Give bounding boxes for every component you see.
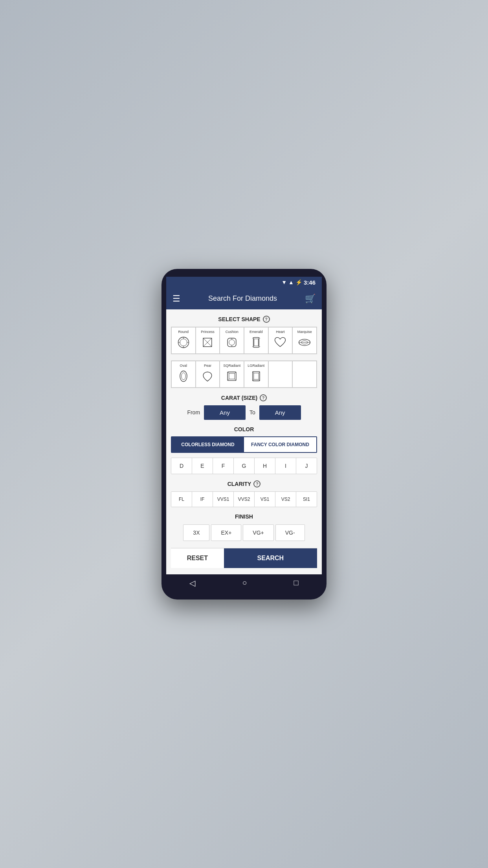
shape-marquise[interactable]: Marquise xyxy=(292,327,317,354)
round-icon xyxy=(176,335,191,351)
select-shape-section-title: SELECT SHAPE ? xyxy=(171,316,317,323)
finish-label: FINISH xyxy=(235,513,253,520)
svg-rect-16 xyxy=(254,339,258,346)
cushion-icon xyxy=(225,335,239,351)
status-bar: ▼ ▲ ⚡ 3:46 xyxy=(166,277,322,288)
recents-button[interactable]: □ xyxy=(294,578,298,587)
finish-section-title: FINISH xyxy=(171,513,317,520)
select-shape-label: SELECT SHAPE xyxy=(218,316,260,322)
shape-lgradiant[interactable]: LGRadiant xyxy=(244,361,268,388)
shape-pear-label: Pear xyxy=(204,364,211,368)
clarity-opt-vvs1[interactable]: VVS1 xyxy=(213,492,234,507)
marquise-icon xyxy=(297,335,312,351)
finish-section: FINISH 3X EX+ VG+ VG- xyxy=(171,513,317,542)
svg-line-8 xyxy=(207,338,212,342)
status-icons: ▼ ▲ ⚡ 3:46 xyxy=(281,279,316,286)
carat-to-btn[interactable]: Any xyxy=(259,405,301,420)
search-button[interactable]: SEARCH xyxy=(224,548,317,568)
page-title: Search For Diamonds xyxy=(208,294,277,303)
emerald-icon xyxy=(249,335,263,351)
clarity-label: CLARITY xyxy=(227,481,251,487)
svg-point-12 xyxy=(229,339,235,345)
color-opt-h[interactable]: H xyxy=(255,458,275,474)
clarity-section-title: CLARITY ? xyxy=(171,480,317,487)
svg-line-7 xyxy=(204,338,208,342)
clarity-opt-vs2[interactable]: VS2 xyxy=(275,492,296,507)
princess-icon xyxy=(200,335,215,351)
shape-emerald-label: Emerald xyxy=(250,330,263,334)
carat-from-btn[interactable]: Any xyxy=(204,405,246,420)
color-section-title: COLOR xyxy=(171,426,317,432)
time-display: 3:46 xyxy=(304,279,316,286)
menu-icon[interactable]: ☰ xyxy=(172,294,180,304)
shape-princess[interactable]: Princess xyxy=(196,327,220,354)
home-button[interactable]: ○ xyxy=(242,578,247,587)
cart-icon[interactable]: 🛒 xyxy=(305,294,316,304)
finish-opt-vgplus[interactable]: VG+ xyxy=(243,524,273,541)
carat-from-label: From xyxy=(187,409,200,416)
shape-princess-label: Princess xyxy=(201,330,215,334)
shape-round-label: Round xyxy=(178,330,189,334)
finish-options: 3X EX+ VG+ VG- xyxy=(171,524,317,542)
clarity-opt-if[interactable]: IF xyxy=(192,492,213,507)
clarity-opt-fl[interactable]: FL xyxy=(171,492,192,507)
shape-lgradiant-label: LGRadiant xyxy=(248,364,264,368)
battery-icon: ⚡ xyxy=(295,279,302,285)
shape-sqradiant-label: SQRadiant xyxy=(223,364,240,368)
finish-opt-3x[interactable]: 3X xyxy=(183,524,209,541)
finish-opt-explus[interactable]: EX+ xyxy=(211,524,241,541)
color-opt-d[interactable]: D xyxy=(171,458,192,474)
shape-marquise-label: Marquise xyxy=(297,330,312,334)
color-opt-e[interactable]: E xyxy=(192,458,213,474)
colorless-tab[interactable]: COLORLESS DIAMOND xyxy=(172,437,244,452)
svg-rect-27 xyxy=(229,373,235,379)
color-section: COLOR COLORLESS DIAMOND FANCY COLOR DIAM… xyxy=(171,426,317,474)
clarity-opt-vvs2[interactable]: VVS2 xyxy=(234,492,255,507)
oval-icon xyxy=(176,369,191,385)
shape-oval-label: Oval xyxy=(180,364,187,368)
finish-opt-vgminus[interactable]: VG- xyxy=(275,524,305,541)
carat-section-title: CARAT (SIZE) ? xyxy=(171,394,317,401)
reset-button[interactable]: RESET xyxy=(171,548,224,568)
shape-cushion[interactable]: Cushion xyxy=(220,327,244,354)
wifi-icon: ▼ xyxy=(281,279,287,285)
shape-heart[interactable]: Heart xyxy=(268,327,293,354)
color-opt-i[interactable]: I xyxy=(275,458,296,474)
clarity-opt-vs1[interactable]: VS1 xyxy=(255,492,275,507)
carat-section: CARAT (SIZE) ? From Any To Any xyxy=(171,394,317,420)
clarity-help-icon[interactable]: ? xyxy=(253,480,261,487)
shape-emerald[interactable]: Emerald xyxy=(244,327,268,354)
clarity-section: CLARITY ? FL IF VVS1 VVS2 VS1 VS2 SI1 xyxy=(171,480,317,507)
shapes-grid-row1: Round Princess Cushion Eme xyxy=(171,327,317,354)
color-opt-g[interactable]: G xyxy=(234,458,255,474)
heart-icon xyxy=(273,335,287,351)
color-options: D E F G H I J xyxy=(171,458,317,474)
shape-sqradiant[interactable]: SQRadiant xyxy=(220,361,244,388)
svg-point-1 xyxy=(180,339,187,346)
clarity-options: FL IF VVS1 VVS2 VS1 VS2 SI1 xyxy=(171,491,317,507)
signal-icon: ▲ xyxy=(288,279,294,285)
shapes-grid-row2: Oval Pear SQRadiant LGRadi xyxy=(171,360,317,388)
app-content: SELECT SHAPE ? Round Princess Cushion xyxy=(166,309,322,574)
nav-bar: ◁ ○ □ xyxy=(166,574,322,592)
color-opt-j[interactable]: J xyxy=(296,458,317,474)
svg-line-9 xyxy=(204,342,208,347)
carat-help-icon[interactable]: ? xyxy=(260,394,267,401)
fancy-color-tab[interactable]: FANCY COLOR DIAMOND xyxy=(244,437,316,452)
color-opt-f[interactable]: F xyxy=(213,458,234,474)
carat-to-label: To xyxy=(250,409,255,416)
svg-line-10 xyxy=(207,342,212,347)
color-label: COLOR xyxy=(234,426,254,432)
phone-frame: ▼ ▲ ⚡ 3:46 ☰ Search For Diamonds 🛒 SELEC… xyxy=(161,269,327,600)
svg-point-25 xyxy=(181,373,185,380)
back-button[interactable]: ◁ xyxy=(189,578,195,588)
pear-icon xyxy=(200,369,215,385)
shape-cushion-label: Cushion xyxy=(226,330,238,334)
lgradiant-icon xyxy=(249,369,263,385)
shape-help-icon[interactable]: ? xyxy=(263,316,270,323)
shape-pear[interactable]: Pear xyxy=(196,361,220,388)
shape-round[interactable]: Round xyxy=(171,327,196,354)
carat-row: From Any To Any xyxy=(171,405,317,420)
clarity-opt-si1[interactable]: SI1 xyxy=(296,492,317,507)
shape-oval[interactable]: Oval xyxy=(171,361,196,388)
